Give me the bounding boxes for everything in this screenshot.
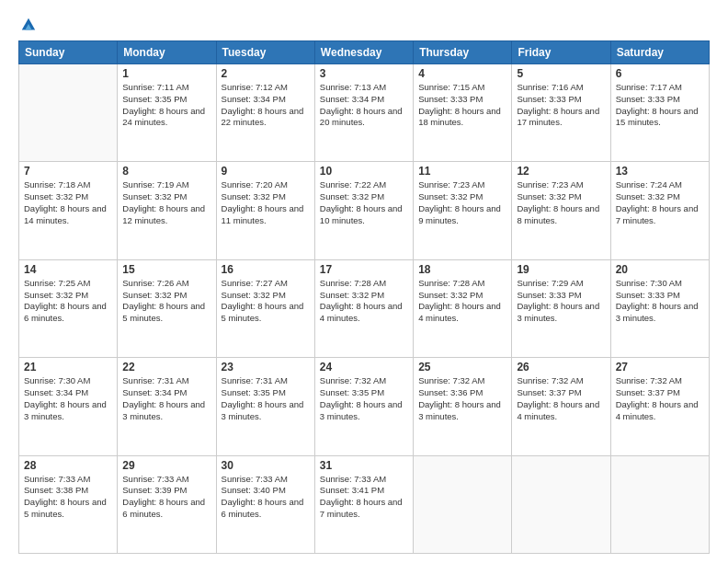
day-info: Sunrise: 7:31 AM Sunset: 3:35 PM Dayligh… bbox=[222, 375, 310, 422]
calendar-cell: 20Sunrise: 7:30 AM Sunset: 3:33 PM Dayli… bbox=[610, 259, 709, 357]
calendar-cell: 29Sunrise: 7:33 AM Sunset: 3:39 PM Dayli… bbox=[118, 455, 216, 553]
day-number: 17 bbox=[320, 263, 408, 276]
day-info: Sunrise: 7:33 AM Sunset: 3:40 PM Dayligh… bbox=[222, 474, 310, 521]
day-info: Sunrise: 7:29 AM Sunset: 3:33 PM Dayligh… bbox=[517, 278, 605, 325]
day-number: 8 bbox=[122, 165, 210, 178]
day-info: Sunrise: 7:32 AM Sunset: 3:37 PM Dayligh… bbox=[616, 375, 704, 422]
day-number: 29 bbox=[122, 459, 210, 472]
calendar-cell bbox=[610, 455, 709, 553]
day-number: 11 bbox=[418, 165, 506, 178]
day-info: Sunrise: 7:32 AM Sunset: 3:35 PM Dayligh… bbox=[320, 375, 408, 422]
day-number: 1 bbox=[122, 67, 210, 80]
calendar-table: SundayMondayTuesdayWednesdayThursdayFrid… bbox=[18, 40, 710, 554]
weekday-header-thursday: Thursday bbox=[414, 41, 512, 64]
calendar-cell: 7Sunrise: 7:18 AM Sunset: 3:32 PM Daylig… bbox=[19, 162, 118, 259]
calendar-cell: 13Sunrise: 7:24 AM Sunset: 3:32 PM Dayli… bbox=[610, 162, 709, 259]
calendar-cell: 23Sunrise: 7:31 AM Sunset: 3:35 PM Dayli… bbox=[216, 358, 314, 455]
calendar-cell: 9Sunrise: 7:20 AM Sunset: 3:32 PM Daylig… bbox=[216, 162, 314, 259]
day-info: Sunrise: 7:23 AM Sunset: 3:32 PM Dayligh… bbox=[418, 179, 506, 226]
weekday-header-row: SundayMondayTuesdayWednesdayThursdayFrid… bbox=[19, 41, 710, 64]
day-info: Sunrise: 7:25 AM Sunset: 3:32 PM Dayligh… bbox=[24, 278, 112, 325]
day-number: 15 bbox=[122, 263, 210, 276]
weekday-header-monday: Monday bbox=[118, 41, 216, 64]
day-number: 16 bbox=[222, 263, 310, 276]
calendar-cell: 21Sunrise: 7:30 AM Sunset: 3:34 PM Dayli… bbox=[19, 358, 118, 455]
calendar-cell: 31Sunrise: 7:33 AM Sunset: 3:41 PM Dayli… bbox=[314, 455, 413, 553]
weekday-header-sunday: Sunday bbox=[19, 41, 118, 64]
day-info: Sunrise: 7:23 AM Sunset: 3:32 PM Dayligh… bbox=[517, 179, 605, 226]
day-number: 20 bbox=[616, 263, 704, 276]
day-number: 5 bbox=[517, 67, 605, 80]
calendar-cell bbox=[19, 64, 118, 162]
calendar-cell: 11Sunrise: 7:23 AM Sunset: 3:32 PM Dayli… bbox=[414, 162, 512, 259]
day-number: 25 bbox=[418, 361, 506, 373]
calendar-cell: 26Sunrise: 7:32 AM Sunset: 3:37 PM Dayli… bbox=[512, 358, 610, 455]
calendar-cell: 30Sunrise: 7:33 AM Sunset: 3:40 PM Dayli… bbox=[216, 455, 314, 553]
calendar-cell: 28Sunrise: 7:33 AM Sunset: 3:38 PM Dayli… bbox=[19, 455, 118, 553]
header bbox=[18, 17, 710, 33]
calendar-cell: 2Sunrise: 7:12 AM Sunset: 3:34 PM Daylig… bbox=[216, 64, 314, 162]
day-info: Sunrise: 7:33 AM Sunset: 3:41 PM Dayligh… bbox=[320, 474, 408, 521]
day-number: 31 bbox=[320, 459, 408, 472]
day-number: 3 bbox=[320, 67, 408, 80]
calendar-cell: 16Sunrise: 7:27 AM Sunset: 3:32 PM Dayli… bbox=[216, 259, 314, 357]
calendar-cell: 3Sunrise: 7:13 AM Sunset: 3:34 PM Daylig… bbox=[314, 64, 413, 162]
day-info: Sunrise: 7:31 AM Sunset: 3:34 PM Dayligh… bbox=[122, 375, 210, 422]
day-info: Sunrise: 7:32 AM Sunset: 3:36 PM Dayligh… bbox=[418, 375, 506, 422]
calendar-cell: 1Sunrise: 7:11 AM Sunset: 3:35 PM Daylig… bbox=[118, 64, 216, 162]
logo bbox=[18, 17, 37, 33]
calendar-cell: 27Sunrise: 7:32 AM Sunset: 3:37 PM Dayli… bbox=[610, 358, 709, 455]
day-number: 14 bbox=[24, 263, 112, 276]
calendar-cell: 15Sunrise: 7:26 AM Sunset: 3:32 PM Dayli… bbox=[118, 259, 216, 357]
calendar-cell: 10Sunrise: 7:22 AM Sunset: 3:32 PM Dayli… bbox=[314, 162, 413, 259]
day-info: Sunrise: 7:32 AM Sunset: 3:37 PM Dayligh… bbox=[517, 375, 605, 422]
calendar-cell bbox=[512, 455, 610, 553]
day-info: Sunrise: 7:27 AM Sunset: 3:32 PM Dayligh… bbox=[222, 278, 310, 325]
day-number: 24 bbox=[320, 361, 408, 373]
day-info: Sunrise: 7:15 AM Sunset: 3:33 PM Dayligh… bbox=[418, 82, 506, 129]
day-number: 10 bbox=[320, 165, 408, 178]
calendar-cell: 14Sunrise: 7:25 AM Sunset: 3:32 PM Dayli… bbox=[19, 259, 118, 357]
weekday-header-wednesday: Wednesday bbox=[314, 41, 413, 64]
day-info: Sunrise: 7:28 AM Sunset: 3:32 PM Dayligh… bbox=[418, 278, 506, 325]
calendar-cell: 19Sunrise: 7:29 AM Sunset: 3:33 PM Dayli… bbox=[512, 259, 610, 357]
day-number: 13 bbox=[616, 165, 704, 178]
day-info: Sunrise: 7:24 AM Sunset: 3:32 PM Dayligh… bbox=[616, 179, 704, 226]
day-info: Sunrise: 7:12 AM Sunset: 3:34 PM Dayligh… bbox=[222, 82, 310, 129]
calendar-cell: 6Sunrise: 7:17 AM Sunset: 3:33 PM Daylig… bbox=[610, 64, 709, 162]
calendar-cell: 12Sunrise: 7:23 AM Sunset: 3:32 PM Dayli… bbox=[512, 162, 610, 259]
day-info: Sunrise: 7:17 AM Sunset: 3:33 PM Dayligh… bbox=[616, 82, 704, 129]
calendar-cell bbox=[414, 455, 512, 553]
week-row-2: 7Sunrise: 7:18 AM Sunset: 3:32 PM Daylig… bbox=[19, 162, 710, 259]
day-number: 30 bbox=[222, 459, 310, 472]
calendar-cell: 8Sunrise: 7:19 AM Sunset: 3:32 PM Daylig… bbox=[118, 162, 216, 259]
day-info: Sunrise: 7:11 AM Sunset: 3:35 PM Dayligh… bbox=[122, 82, 210, 129]
calendar-cell: 17Sunrise: 7:28 AM Sunset: 3:32 PM Dayli… bbox=[314, 259, 413, 357]
day-number: 7 bbox=[24, 165, 112, 178]
day-number: 4 bbox=[418, 67, 506, 80]
day-number: 26 bbox=[517, 361, 605, 373]
calendar-cell: 25Sunrise: 7:32 AM Sunset: 3:36 PM Dayli… bbox=[414, 358, 512, 455]
day-number: 28 bbox=[24, 459, 112, 472]
day-info: Sunrise: 7:22 AM Sunset: 3:32 PM Dayligh… bbox=[320, 179, 408, 226]
day-info: Sunrise: 7:19 AM Sunset: 3:32 PM Dayligh… bbox=[122, 179, 210, 226]
week-row-1: 1Sunrise: 7:11 AM Sunset: 3:35 PM Daylig… bbox=[19, 64, 710, 162]
day-info: Sunrise: 7:33 AM Sunset: 3:39 PM Dayligh… bbox=[122, 474, 210, 521]
day-number: 6 bbox=[616, 67, 704, 80]
weekday-header-friday: Friday bbox=[512, 41, 610, 64]
calendar-cell: 24Sunrise: 7:32 AM Sunset: 3:35 PM Dayli… bbox=[314, 358, 413, 455]
day-info: Sunrise: 7:18 AM Sunset: 3:32 PM Dayligh… bbox=[24, 179, 112, 226]
day-info: Sunrise: 7:20 AM Sunset: 3:32 PM Dayligh… bbox=[222, 179, 310, 226]
page: SundayMondayTuesdayWednesdayThursdayFrid… bbox=[0, 0, 728, 563]
week-row-5: 28Sunrise: 7:33 AM Sunset: 3:38 PM Dayli… bbox=[19, 455, 710, 553]
calendar-cell: 22Sunrise: 7:31 AM Sunset: 3:34 PM Dayli… bbox=[118, 358, 216, 455]
weekday-header-tuesday: Tuesday bbox=[216, 41, 314, 64]
day-info: Sunrise: 7:30 AM Sunset: 3:33 PM Dayligh… bbox=[616, 278, 704, 325]
day-number: 21 bbox=[24, 361, 112, 373]
day-info: Sunrise: 7:26 AM Sunset: 3:32 PM Dayligh… bbox=[122, 278, 210, 325]
day-number: 18 bbox=[418, 263, 506, 276]
day-info: Sunrise: 7:33 AM Sunset: 3:38 PM Dayligh… bbox=[24, 474, 112, 521]
day-number: 2 bbox=[222, 67, 310, 80]
calendar-cell: 18Sunrise: 7:28 AM Sunset: 3:32 PM Dayli… bbox=[414, 259, 512, 357]
week-row-4: 21Sunrise: 7:30 AM Sunset: 3:34 PM Dayli… bbox=[19, 358, 710, 455]
